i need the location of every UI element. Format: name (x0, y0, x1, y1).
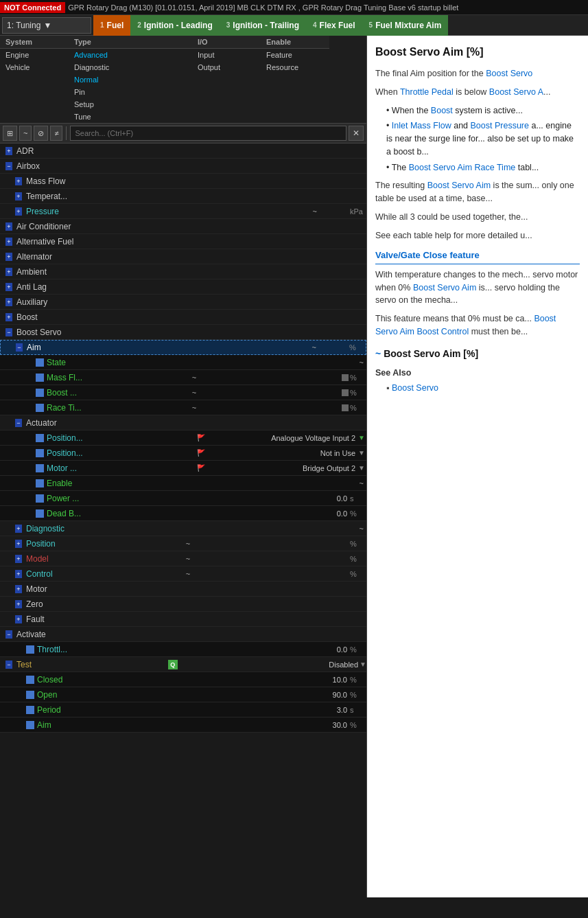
tab-fuel-mixture[interactable]: 5 Fuel Mixture Aim (362, 15, 449, 36)
boost-servo-aim-link2[interactable]: Boost Servo Aim (427, 181, 491, 190)
tree-toggle-actuator[interactable]: − (15, 418, 25, 428)
tree-toggle-activate[interactable]: − (5, 630, 15, 639)
tree-item-ambient[interactable]: + Ambient (0, 264, 366, 279)
boost-servo-link1[interactable]: Boost Servo (486, 69, 532, 78)
tree-item-adr[interactable]: + ADR (0, 144, 366, 159)
workspace-dropdown[interactable]: 1: Tuning ▼ (2, 17, 91, 34)
tree-toggle-aircond[interactable]: + (5, 222, 15, 231)
tree-toggle-auxiliary[interactable]: + (5, 297, 15, 307)
tab-ignition-leading[interactable]: 2 Ignition - Leading (130, 15, 220, 36)
inlet-mass-flow-link[interactable]: Inlet Mass Flow (392, 121, 451, 130)
tree-item-airbox[interactable]: − Airbox (0, 159, 366, 174)
tree-item-power[interactable]: Power ... 0.0 s (0, 491, 366, 506)
enable-feature[interactable]: Feature (261, 49, 329, 61)
tree-item-raceti[interactable]: Race Ti... ~ % (0, 400, 366, 415)
tree-item-motorgroup[interactable]: + Motor (0, 582, 366, 597)
tree-item-actuator[interactable]: − Actuator (0, 415, 366, 431)
search-input[interactable] (70, 126, 346, 141)
type-advanced[interactable]: Advanced (69, 49, 192, 61)
boost-pressure-link[interactable]: Boost Pressure (471, 121, 529, 130)
boost-link[interactable]: Boost (431, 106, 453, 115)
tree-item-position1[interactable]: Position... 🚩 Analogue Voltage Input 2 ▼ (0, 431, 366, 446)
test-dropdown[interactable]: ▼ (360, 661, 366, 668)
tree-toggle-model[interactable]: + (15, 554, 25, 564)
tab-fuel[interactable]: 1 Fuel (93, 15, 130, 36)
tree-item-open[interactable]: Open 90.0 % (0, 687, 366, 702)
tree-item-airconditioner[interactable]: + Air Conditioner (0, 219, 366, 234)
system-vehicle[interactable]: Vehicle (0, 61, 69, 73)
tree-toggle-motorgroup[interactable]: + (15, 584, 25, 594)
tree-item-boostdot[interactable]: Boost ... ~ % (0, 385, 366, 400)
tree-toggle-pressure[interactable]: + (15, 207, 25, 216)
tree-item-test[interactable]: − Test Q Disabled ▼ (0, 657, 366, 672)
tree-toggle-aim[interactable]: − (16, 343, 25, 352)
boost-servo-a-link[interactable]: Boost Servo A (489, 87, 543, 97)
enable-resource[interactable]: Resource (261, 61, 329, 73)
tree-toggle-control[interactable]: + (15, 569, 25, 579)
toolbar-grid-btn[interactable]: ⊞ (3, 126, 17, 141)
tree-item-motor[interactable]: Motor ... 🚩 Bridge Output 2 ▼ (0, 461, 366, 476)
type-pin[interactable]: Pin (69, 86, 192, 98)
tree-toggle-diagnostic[interactable]: + (15, 524, 25, 533)
tree-area[interactable]: + ADR − Airbox + Mass Flow (0, 144, 366, 897)
tree-item-testaim[interactable]: Aim 30.0 % (0, 718, 366, 733)
system-engine[interactable]: Engine (0, 49, 69, 61)
tree-item-boost[interactable]: + Boost (0, 310, 366, 325)
tree-item-zero[interactable]: + Zero (0, 597, 366, 612)
tree-toggle-boost[interactable]: + (5, 312, 15, 322)
toolbar-diff-btn[interactable]: ≠ (50, 126, 62, 141)
tree-toggle-altfuel[interactable]: + (5, 237, 15, 246)
tree-item-boostservo[interactable]: − Boost Servo (0, 325, 366, 340)
tree-item-antilag[interactable]: + Anti Lag (0, 279, 366, 295)
tree-toggle-test[interactable]: − (5, 660, 15, 669)
toolbar-tilde-btn[interactable]: ~ (19, 126, 32, 141)
tree-item-altfuel[interactable]: + Alternative Fuel (0, 234, 366, 249)
tree-item-activate[interactable]: − Activate (0, 627, 366, 642)
tree-item-aim[interactable]: − Aim ~ % (0, 340, 366, 355)
tree-item-throttl[interactable]: Throttl... 0.0 % (0, 642, 366, 657)
tree-item-massflow[interactable]: + Mass Flow (0, 174, 366, 189)
toolbar-clear-btn[interactable]: ⊘ (34, 126, 48, 141)
type-diagnostic[interactable]: Diagnostic (69, 61, 192, 73)
boost-servo-aim-boost-control-link[interactable]: Boost Servo Aim Boost Control (375, 314, 556, 336)
tree-item-fault[interactable]: + Fault (0, 612, 366, 627)
tree-toggle-airbox[interactable]: − (5, 161, 15, 171)
throttle-pedal-link[interactable]: Throttle Pedal (400, 87, 454, 97)
search-close-btn[interactable]: ✕ (349, 126, 364, 141)
tree-item-control[interactable]: + Control ~ % (0, 566, 366, 582)
io-input[interactable]: Input (192, 49, 261, 61)
tree-item-enable[interactable]: Enable ~ (0, 476, 366, 491)
type-normal[interactable]: Normal (69, 73, 192, 86)
tree-item-temperat[interactable]: + Temperat... (0, 189, 366, 204)
boost-servo-see-also-link[interactable]: Boost Servo (392, 383, 438, 393)
tree-item-auxiliary[interactable]: + Auxiliary (0, 295, 366, 310)
tree-item-position2[interactable]: Position... 🚩 Not in Use ▼ (0, 446, 366, 461)
tree-toggle-zero[interactable]: + (15, 599, 25, 609)
tree-toggle-massflow[interactable]: + (15, 176, 25, 186)
tree-toggle-fault[interactable]: + (15, 615, 25, 624)
tree-item-massfl[interactable]: Mass Fl... ~ % (0, 370, 366, 385)
io-output[interactable]: Output (192, 61, 261, 73)
tree-toggle-position[interactable]: + (15, 539, 25, 549)
tree-item-closed[interactable]: Closed 10.0 % (0, 672, 366, 687)
tree-item-deadb[interactable]: Dead B... 0.0 % (0, 506, 366, 521)
boost-servo-aim-link3[interactable]: Boost Servo Aim (413, 283, 476, 292)
tree-toggle-adr[interactable]: + (5, 146, 15, 156)
boost-servo-aim-race-time-link[interactable]: Boost Servo Aim Race Time (409, 163, 516, 172)
type-setup[interactable]: Setup (69, 98, 192, 111)
tab-ignition-trailing[interactable]: 3 Ignition - Trailing (220, 15, 306, 36)
tree-item-period[interactable]: Period 3.0 s (0, 702, 366, 718)
tree-item-state[interactable]: State ~ (0, 355, 366, 370)
tree-toggle-ambient[interactable]: + (5, 267, 15, 277)
tree-item-model[interactable]: + Model ~ % (0, 551, 366, 566)
tab-flex-fuel[interactable]: 4 Flex Fuel (306, 15, 362, 36)
tree-toggle-alternator[interactable]: + (5, 252, 15, 262)
tree-toggle-boostservo[interactable]: − (5, 328, 15, 337)
tree-item-diagnostic[interactable]: + Diagnostic ~ (0, 521, 366, 536)
type-tune[interactable]: Tune (69, 111, 192, 123)
tree-item-position[interactable]: + Position ~ % (0, 536, 366, 551)
tree-toggle-temperat[interactable]: + (15, 192, 25, 201)
tree-item-pressure[interactable]: + Pressure ~ kPa (0, 204, 366, 219)
tree-item-alternator[interactable]: + Alternator (0, 249, 366, 264)
tree-toggle-antilag[interactable]: + (5, 282, 15, 292)
